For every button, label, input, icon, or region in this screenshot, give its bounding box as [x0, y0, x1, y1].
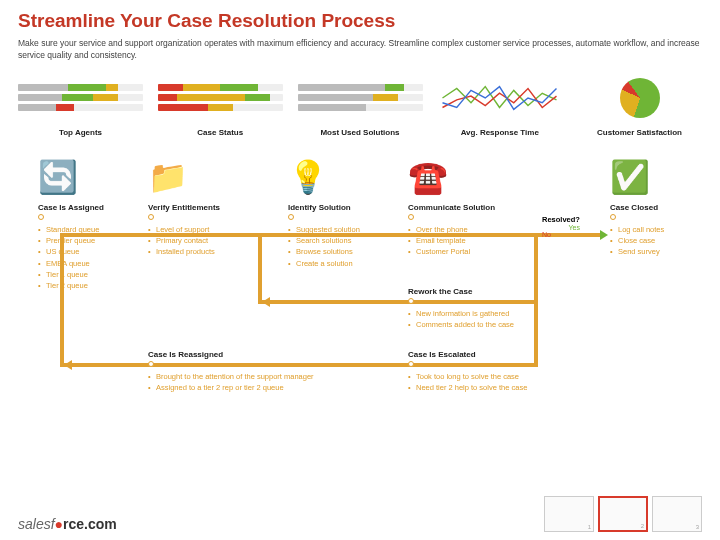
salesforce-logo: salesf●rce.com: [18, 516, 117, 532]
pie-icon: [620, 78, 660, 118]
refresh-icon: 🔄: [38, 155, 143, 199]
metrics-row: Top Agents Case Status Most Used Solutio…: [18, 76, 702, 137]
metric-response-time: Avg. Response Time: [437, 76, 562, 137]
thumb-3[interactable]: 3: [652, 496, 702, 532]
phone-icon: ☎️: [408, 155, 513, 199]
sparkline-icon: [437, 79, 562, 117]
thumb-2[interactable]: 2: [598, 496, 648, 532]
lightbulb-icon: 💡: [288, 155, 393, 199]
metric-satisfaction: Customer Satisfaction: [577, 76, 702, 137]
decision-resolved: Resolved? Yes No: [542, 215, 580, 238]
check-icon: ✅: [610, 155, 715, 199]
step-assigned: 🔄 Case Is Assigned Standard queue Premie…: [38, 155, 143, 292]
step-communicate: ☎️ Communicate Solution Over the phone E…: [408, 155, 513, 258]
step-identify: 💡 Identify Solution Suggested solution S…: [288, 155, 393, 269]
page-subtitle: Make sure your service and support organ…: [18, 38, 702, 62]
page-title: Streamline Your Case Resolution Process: [18, 10, 702, 32]
flow-diagram: 🔄 Case Is Assigned Standard queue Premie…: [18, 155, 702, 415]
slide-thumbnails: 1 2 3: [544, 496, 702, 532]
thumb-1[interactable]: 1: [544, 496, 594, 532]
step-verify: 📁 Verify Entitlements Level of support P…: [148, 155, 253, 258]
metric-most-used: Most Used Solutions: [298, 76, 423, 137]
step-rework: Rework the Case New information is gathe…: [408, 287, 588, 331]
metric-case-status: Case Status: [158, 76, 283, 137]
metric-top-agents: Top Agents: [18, 76, 143, 137]
step-escalated: Case Is Escalated Took too long to solve…: [408, 350, 608, 394]
folder-icon: 📁: [148, 155, 253, 199]
step-closed: ✅ Case Closed Log call notes Close case …: [610, 155, 715, 258]
step-reassigned: Case Is Reassigned Brought to the attent…: [148, 350, 368, 394]
